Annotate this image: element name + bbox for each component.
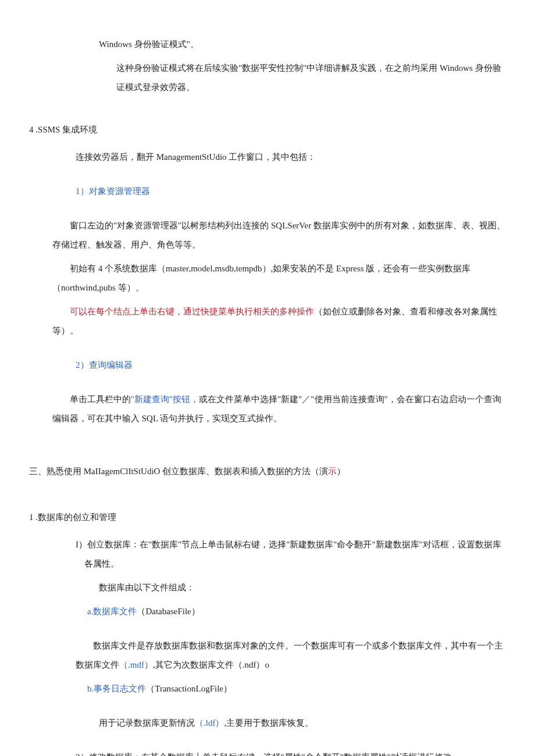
db-i1-head-text: I）创立数据库：在"数据库"节点上单击鼠标右键，选择"新建数据库"命令翻开"新建… bbox=[76, 540, 501, 568]
section4-item1-p1: 窗口左边的"对象资源管理器"以树形结构列出连接的 SQLSerVer 数据库实例… bbox=[29, 216, 506, 255]
san-red: 示 bbox=[328, 467, 337, 476]
db-b-body-post: ,主要用于数据库恢复。 bbox=[224, 718, 313, 728]
section4-intro: 连接效劳器后，翻开 ManagementStUdio 工作窗口，其中包括： bbox=[29, 148, 506, 167]
db-a-rest: （DatabaseFile） bbox=[137, 607, 199, 616]
section4-item1-heading: 1）对象资源管理器 bbox=[29, 182, 506, 201]
top-line-2-text: 这种身份验证模式将在后续实验"数据平安性控制"中详细讲解及实践，在之前均采用 W… bbox=[116, 63, 501, 92]
heading-san: 三、熟悉使用 MaIIagemClItStUdiO 创立数据库、数据表和插入数据… bbox=[29, 462, 506, 481]
section4-item1-p2: 初始有 4 个系统数据库（master,model,msdb,tempdb）,如… bbox=[29, 259, 506, 298]
db-a-blue: a.数据库文件 bbox=[87, 607, 137, 616]
db-i1-head: I）创立数据库：在"数据库"节点上单击鼠标右键，选择"新建数据库"命令翻开"新建… bbox=[38, 535, 506, 574]
section4-item1-p3: 可以在每个结点上单击右键，通过快捷菜单执行相关的多种操作（如创立或删除各对象、查… bbox=[29, 302, 506, 341]
section4-item2-p1: 单击工具栏中的"新建查询"按钮，或在文件菜单中选择"新建"／"使用当前连接查询"… bbox=[29, 390, 506, 428]
document-body: Windows 身份验证模式"。 这种身份验证模式将在后续实验"数据平安性控制"… bbox=[29, 35, 506, 756]
db-b-rest: （TransactionLogFile） bbox=[146, 684, 232, 693]
san-pre: 三、熟悉使用 MaIIagemClItStUdiO 创立数据库、数据表和插入数据… bbox=[29, 467, 328, 476]
db-files-intro: 数据库由以下文件组成： bbox=[29, 578, 506, 597]
item2-blue: "新建查询"按钮， bbox=[131, 395, 199, 404]
db-b-body-blue: （.ldf） bbox=[195, 718, 224, 728]
top-line-1: Windows 身份验证模式"。 bbox=[29, 35, 506, 54]
san-post: ） bbox=[337, 467, 345, 476]
heading-db-1: 1 .数据库的创立和管理 bbox=[29, 508, 506, 527]
db-file-b-body: 用于记录数据库更新情况（.ldf）,主要用于数据库恢复。 bbox=[29, 714, 506, 733]
db-a-body-post: ,其它为次数据库文件（.ndf）o bbox=[153, 660, 269, 669]
heading-4-ssms: 4 .SSMS 集成环境 bbox=[29, 120, 506, 139]
db-file-a-head: a.数据库文件（DatabaseFile） bbox=[29, 602, 506, 621]
db-file-b-head: b.事务日志文件（TransactionLogFile） bbox=[29, 679, 506, 698]
db-b-blue: b.事务日志文件 bbox=[87, 684, 146, 693]
db-file-a-body: 数据库文件是存放数据库数据和数据库对象的文件。一个数据库可有一个或多个数据库文件… bbox=[29, 636, 506, 675]
top-line-2: 这种身份验证模式将在后续实验"数据平安性控制"中详细讲解及实践，在之前均采用 W… bbox=[29, 59, 506, 97]
p3-red-text: 可以在每个结点上单击右键，通过快捷菜单执行相关的多种操作 bbox=[70, 307, 314, 316]
db-a-body-blue: （.mdf） bbox=[119, 660, 153, 669]
db-b-body-pre: 用于记录数据库更新情况 bbox=[99, 718, 195, 728]
db-i2: 2）修改数据库：在某个数据库上单击鼠标右键，选择"属性"命令翻开"数据库属性"对… bbox=[29, 748, 506, 756]
section4-item2-heading: 2）查询编辑器 bbox=[29, 356, 506, 375]
item2-pre: 单击工具栏中的 bbox=[70, 395, 131, 404]
